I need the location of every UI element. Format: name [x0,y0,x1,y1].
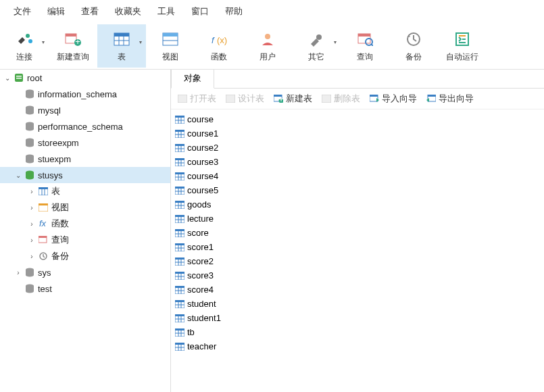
table-icon [175,314,184,322]
menu-view[interactable]: 查看 [73,3,107,20]
tree-db-test[interactable]: test [0,280,170,297]
tree-backups[interactable]: › 备份 [0,248,170,264]
tree-db-storeexpm[interactable]: storeexpm [0,134,170,151]
table-button[interactable]: ▾ 表 [97,24,146,68]
action-bar: 打开表 设计表 + 新建表 删除表 导入向导 导出向导 [171,89,544,109]
table-item-label: student [187,299,216,309]
svg-rect-100 [175,229,184,231]
tree-root[interactable]: ⌄ root [0,70,170,86]
svg-rect-120 [175,286,184,288]
table-item-label: score2 [187,256,214,266]
chevron-right-icon[interactable]: › [27,204,36,212]
table-item[interactable]: goods [175,197,540,212]
menu-tools[interactable]: 工具 [149,3,183,20]
tree-db-sys[interactable]: › sys [0,264,170,280]
table-item[interactable]: score1 [175,240,540,254]
table-icon [175,158,184,166]
chevron-right-icon[interactable]: › [27,253,36,260]
table-item[interactable]: lecture [175,212,540,226]
query-button[interactable]: 查询 [341,24,389,68]
tabbar: 对象 [171,70,544,89]
tree-db-information_schema[interactable]: information_schema [0,86,170,102]
tree-functions[interactable]: › fx 函数 [0,216,170,232]
tree-queries[interactable]: › 查询 [0,232,170,248]
svg-rect-60 [175,116,184,118]
database-icon [23,89,36,99]
table-item-label: course3 [187,157,218,167]
tree-db-stusys[interactable]: ⌄ stusys [0,167,170,183]
chevron-right-icon[interactable]: › [27,220,36,228]
table-icon [36,187,50,195]
chevron-down-icon: ▾ [334,39,337,45]
menu-favorites[interactable]: 收藏夹 [107,3,149,20]
delete-table-button[interactable]: 删除表 [322,93,360,105]
table-item[interactable]: teacher [175,339,540,353]
tree-views[interactable]: › 视图 [0,199,170,216]
menu-file[interactable]: 文件 [5,3,39,20]
menu-window[interactable]: 窗口 [183,3,217,20]
table-item[interactable]: score [175,226,540,240]
query-icon [36,236,50,244]
table-label: 表 [118,51,126,63]
chevron-right-icon[interactable]: › [27,188,36,195]
svg-rect-110 [175,258,184,260]
open-table-button[interactable]: 打开表 [178,93,216,105]
svg-line-21 [371,44,373,46]
connect-label: 连接 [16,51,32,63]
user-button[interactable]: 用户 [243,24,292,68]
table-item[interactable]: course2 [175,141,540,155]
table-item-label: lecture [187,214,214,224]
design-table-label: 设计表 [238,93,264,105]
svg-point-16 [265,34,270,39]
svg-rect-140 [175,343,184,345]
table-list: course course1 course2 course3 course4 c… [171,109,544,356]
table-item[interactable]: tb [175,325,540,339]
new-query-button[interactable]: + 新建查询 [49,24,97,68]
table-item[interactable]: score4 [175,283,540,297]
table-item[interactable]: course1 [175,126,540,141]
svg-rect-12 [163,33,178,36]
tree-root-label: root [26,73,42,83]
svg-rect-130 [175,314,184,316]
chevron-down-icon[interactable]: ⌄ [14,172,23,179]
chevron-right-icon[interactable]: › [27,237,36,244]
table-item[interactable]: course [175,112,540,126]
import-button[interactable]: 导入向导 [370,93,417,105]
table-item[interactable]: course5 [175,183,540,197]
connect-button[interactable]: ▾ 连接 [0,24,49,68]
table-item[interactable]: student1 [175,311,540,325]
autorun-icon [455,30,470,49]
other-button[interactable]: ▾ 其它 [292,24,341,68]
table-item[interactable]: score2 [175,254,540,268]
design-table-button[interactable]: 设计表 [226,93,264,105]
table-icon [175,258,184,266]
view-button[interactable]: 视图 [146,24,195,68]
tree-db-stuexpm[interactable]: stuexpm [0,151,170,167]
chevron-right-icon[interactable]: › [14,269,23,276]
menubar: 文件 编辑 查看 收藏夹 工具 窗口 帮助 [0,0,544,23]
tree-db-label: mysql [36,105,61,116]
table-item-label: teacher [187,341,216,351]
svg-rect-105 [175,243,184,245]
function-icon: f(x) [210,30,228,49]
tab-object[interactable]: 对象 [171,70,214,89]
view-label: 视图 [162,51,178,63]
export-button[interactable]: 导出向导 [426,93,474,105]
table-item[interactable]: course4 [175,169,540,183]
table-item[interactable]: score3 [175,268,540,283]
menu-edit[interactable]: 编辑 [39,3,73,20]
table-item[interactable]: student [175,297,540,311]
autorun-button[interactable]: 自动运行 [438,24,487,68]
menu-help[interactable]: 帮助 [217,3,251,20]
tree-db-mysql[interactable]: mysql [0,102,170,118]
backup-button[interactable]: 备份 [389,24,438,68]
tree-db-performance_schema[interactable]: performance_schema [0,118,170,134]
new-table-button[interactable]: + 新建表 [274,93,312,105]
toolbar: ▾ 连接 + 新建查询 ▾ 表 视图 f(x) 函数 用户 ▾ [0,23,544,70]
tree-tables[interactable]: › 表 [0,183,170,199]
database-icon [23,284,36,293]
svg-text:+: + [278,95,283,103]
table-item[interactable]: course3 [175,155,540,169]
function-button[interactable]: f(x) 函数 [195,24,243,68]
chevron-down-icon[interactable]: ⌄ [3,74,12,82]
